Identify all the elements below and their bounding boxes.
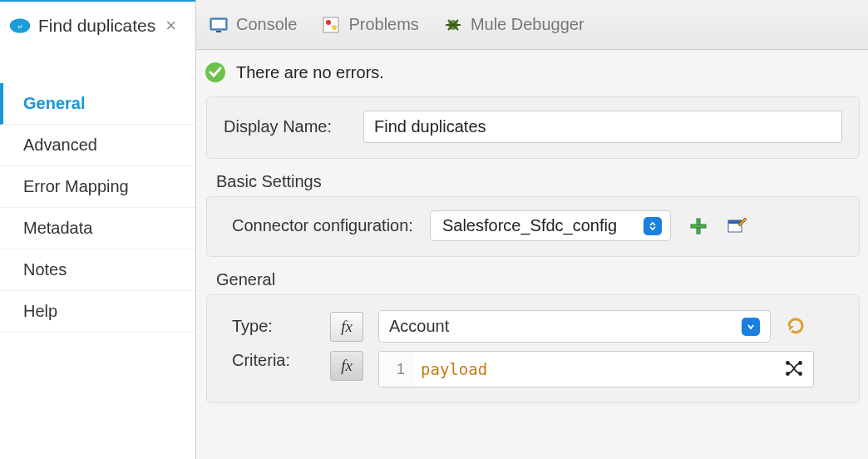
sidebar-item-label: Help	[23, 302, 57, 320]
tab-console[interactable]: Console	[208, 14, 297, 36]
type-label: Type:	[232, 317, 315, 336]
svg-rect-4	[216, 31, 221, 32]
display-name-panel: Display Name:	[206, 96, 860, 159]
fx-button-type[interactable]: fx	[330, 312, 363, 342]
close-icon[interactable]: ×	[165, 15, 176, 37]
add-config-button[interactable]	[688, 215, 709, 237]
display-name-label: Display Name:	[224, 117, 348, 136]
connector-config-select[interactable]: Salesforce_Sfdc_config	[430, 210, 671, 241]
tab-label: Mule Debugger	[471, 15, 584, 34]
connector-config-value: Salesforce_Sfdc_config	[442, 216, 617, 235]
criteria-label: Criteria:	[232, 351, 315, 370]
criteria-code-editor[interactable]: 1 payload	[378, 351, 814, 387]
display-name-input[interactable]	[363, 111, 842, 143]
type-select[interactable]: Account	[378, 310, 771, 343]
tab-label: Problems	[348, 15, 418, 34]
ok-check-icon	[205, 62, 226, 83]
salesforce-cloud-icon: sf	[8, 14, 32, 37]
sidebar-item-label: Error Mapping	[23, 177, 129, 195]
sidebar-item-label: Metadata	[23, 219, 92, 237]
svg-point-7	[332, 25, 337, 30]
general-panel: Type: fx Account Criteria: fx 1 payload	[206, 294, 860, 403]
status-bar: There are no errors.	[196, 50, 868, 91]
tab-label: Console	[236, 15, 297, 34]
svg-text:sf: sf	[18, 23, 22, 29]
svg-rect-3	[212, 20, 225, 28]
criteria-code: payload	[412, 360, 487, 378]
connector-config-label: Connector configuration:	[232, 216, 413, 235]
svg-rect-14	[691, 225, 706, 228]
map-graph-button[interactable]	[783, 358, 806, 381]
svg-rect-5	[323, 17, 338, 32]
bug-icon	[442, 14, 464, 36]
sidebar-item-general[interactable]: General	[0, 83, 195, 125]
sidebar-item-label: Advanced	[23, 136, 97, 154]
tab-mule-debugger[interactable]: Mule Debugger	[442, 14, 584, 36]
sidebar-item-advanced[interactable]: Advanced	[0, 125, 195, 166]
sidebar-nav: General Advanced Error Mapping Metadata …	[0, 83, 195, 333]
basic-settings-heading: Basic Settings	[216, 172, 868, 191]
svg-point-6	[326, 20, 331, 25]
sidebar-item-notes[interactable]: Notes	[0, 249, 195, 291]
sidebar-item-error-mapping[interactable]: Error Mapping	[0, 166, 195, 208]
sidebar-item-label: Notes	[23, 260, 67, 279]
bottom-views-tabs: Console Problems Mule Debugger	[196, 0, 868, 50]
type-value: Account	[389, 317, 449, 336]
sidebar-item-label: General	[23, 94, 85, 112]
tab-problems[interactable]: Problems	[320, 14, 418, 36]
chevron-down-icon	[742, 318, 760, 336]
general-heading: General	[216, 270, 868, 289]
basic-settings-panel: Connector configuration: Salesforce_Sfdc…	[206, 196, 860, 257]
sidebar-item-metadata[interactable]: Metadata	[0, 208, 195, 249]
fx-button-criteria[interactable]: fx	[330, 351, 363, 381]
refresh-metadata-button[interactable]	[786, 316, 807, 338]
edit-config-button[interactable]	[726, 215, 747, 237]
line-number: 1	[379, 352, 412, 387]
status-text: There are no errors.	[236, 63, 384, 82]
console-icon	[208, 14, 229, 36]
sidebar-item-help[interactable]: Help	[0, 291, 195, 333]
chevron-updown-icon	[644, 217, 662, 235]
editor-tab[interactable]: sf Find duplicates ×	[0, 0, 195, 50]
problems-icon	[320, 14, 342, 36]
tab-title: Find duplicates	[38, 16, 155, 36]
